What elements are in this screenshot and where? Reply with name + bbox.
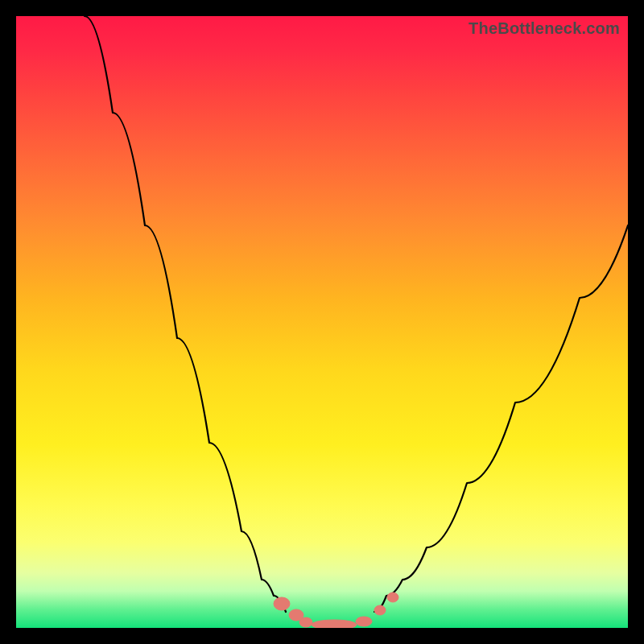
marker-dot bbox=[374, 605, 386, 615]
marker-cluster bbox=[274, 592, 398, 628]
marker-dot bbox=[312, 620, 357, 628]
plot-area: TheBottleneck.com bbox=[16, 16, 628, 628]
curve-left bbox=[85, 16, 286, 612]
watermark-text: TheBottleneck.com bbox=[469, 19, 620, 38]
marker-dot bbox=[274, 597, 290, 610]
marker-dot bbox=[356, 617, 372, 626]
curve-svg bbox=[16, 16, 628, 628]
curve-right bbox=[374, 225, 628, 612]
outer-frame: TheBottleneck.com bbox=[0, 0, 644, 644]
marker-dot bbox=[299, 617, 312, 627]
marker-dot bbox=[387, 592, 398, 602]
